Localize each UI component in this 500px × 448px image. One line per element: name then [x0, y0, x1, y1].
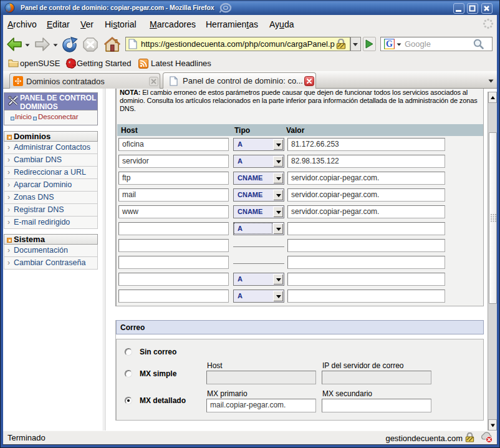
svg-text:G: G: [386, 39, 393, 49]
